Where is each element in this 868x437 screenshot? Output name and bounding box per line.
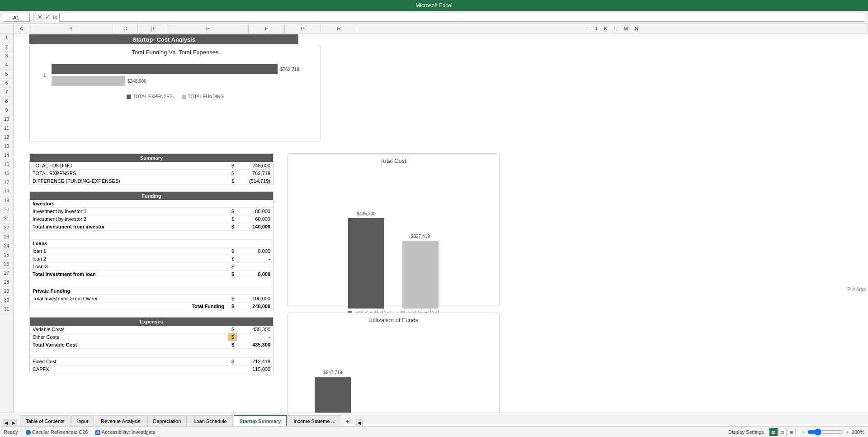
summary-row-1[interactable]: TOTAL FUNDING $ 248,000	[30, 162, 273, 170]
summary-dollar-1: $	[228, 162, 237, 169]
chart3-bar1	[315, 377, 351, 413]
summary-value-1: 248,000	[237, 162, 273, 169]
expenses-row-other[interactable]: Other Costs $ -	[30, 333, 273, 341]
tab-input[interactable]: Input	[71, 415, 94, 426]
tab-table-of-contents[interactable]: Table of Contents	[20, 415, 71, 426]
status-ready: Ready	[4, 429, 18, 435]
col-header-d[interactable]: D	[138, 24, 167, 33]
plot-area-label: Plot Area	[847, 287, 866, 292]
summary-row-2[interactable]: TOTAL EXPENSES $ 762,719	[30, 170, 273, 177]
col-header-a[interactable]: A	[14, 24, 29, 33]
funding-row-total-loan[interactable]: Total investment from loan $ 8,000	[30, 271, 273, 278]
chart3-title: Utilization of Funds	[288, 313, 499, 325]
spreadsheet: A B C D E F G H I J K L M N 1 2 3 4 5 6 …	[0, 24, 868, 413]
tab-scroll-right[interactable]: ▶	[10, 419, 17, 426]
page-break-btn[interactable]: ⊞	[788, 428, 796, 436]
funding-row-investors: Investors	[30, 200, 273, 208]
col-header-c[interactable]: C	[113, 24, 138, 33]
cell-reference-box[interactable]: A1	[3, 13, 30, 22]
col-header-b[interactable]: B	[29, 24, 113, 33]
expenses-table[interactable]: Expenses Variable Costs $ 435,300 Other …	[29, 317, 274, 373]
row-numbers: 1 2 3 4 5 6 7 8 9 10 11 12 13 14 15 16 1…	[0, 33, 14, 413]
status-bar: Ready 🔵 Circular References: C26 ♿ Acces…	[0, 426, 868, 437]
chart-utilization[interactable]: Utilization of Funds $647,719	[287, 313, 500, 413]
col-header-e[interactable]: E	[167, 24, 249, 33]
funding-row-loan2[interactable]: loan 2 $ -	[30, 255, 273, 263]
chart1-bar2-value: $248,000	[127, 79, 146, 84]
funding-table[interactable]: Funding Investors Investment by investor…	[29, 191, 274, 310]
page-layout-btn[interactable]: ▤	[778, 428, 787, 436]
function-icon[interactable]: fx	[53, 14, 57, 20]
tab-depreciation[interactable]: Depreciation	[147, 415, 187, 426]
funding-row-inv1[interactable]: Investment by investor 1 $ 80,000	[30, 208, 273, 215]
zoom-in-btn[interactable]: ＋	[845, 429, 850, 435]
cancel-icon[interactable]: ✕	[38, 14, 42, 20]
tab-scroll-left[interactable]: ◀	[3, 419, 10, 426]
funding-row-inv2[interactable]: Investment by investor 2 $ 60,000	[30, 215, 273, 223]
chart1-bar1	[52, 64, 278, 74]
funding-table-header: Funding	[30, 192, 273, 200]
expenses-row-fixed[interactable]: Fixed Cost $ 212,419	[30, 358, 273, 366]
expenses-row-capfx[interactable]: CAPFX 115,000	[30, 366, 273, 373]
row-num-20: 20	[0, 205, 13, 214]
display-settings[interactable]: Display Settings	[728, 429, 764, 435]
row-num-30: 30	[0, 296, 13, 305]
col-header-g[interactable]: G	[285, 24, 321, 33]
expenses-row-variable[interactable]: Variable Costs $ 435,300	[30, 326, 273, 333]
formula-bar: A1 ✕ ✓ fx	[0, 11, 868, 24]
chart1-bars: 1 $762,719 $248,000	[30, 57, 321, 94]
funding-row-total-funding[interactable]: Total Funding $ 248,000	[30, 303, 273, 310]
row-num-4: 4	[0, 61, 13, 70]
tab-extra-left[interactable]: ◀	[356, 419, 363, 426]
row-num-17: 17	[0, 178, 13, 187]
status-accessibility: ♿ Accessibility: Investigate	[95, 429, 156, 435]
expenses-row-total-variable[interactable]: Total Variable Cost $ 435,300	[30, 341, 273, 349]
chart-total-cost[interactable]: Total Cost $435,300 $327,419	[287, 153, 500, 307]
tab-loan-schedule[interactable]: Loan Schedule	[188, 415, 232, 426]
col-header-h[interactable]: H	[321, 24, 357, 33]
row-num-28: 28	[0, 278, 13, 287]
chart2-bar2-val: $327,419	[411, 234, 430, 239]
chart2-bar-area: $435,300 $327,419	[288, 166, 499, 310]
chart1-legend: TOTAL EXPENSES TOTAL FUNDING	[30, 94, 321, 103]
normal-view-btn[interactable]: ▦	[769, 428, 778, 436]
status-right: Display Settings ▦ ▤ ⊞ － ＋ 100%	[728, 428, 864, 436]
zoom-out-btn[interactable]: －	[801, 429, 806, 435]
row-num-8: 8	[0, 97, 13, 106]
formula-input[interactable]	[59, 13, 865, 22]
funding-row-spacer2	[30, 278, 273, 287]
inv2-label: Investment by investor 2	[30, 215, 228, 223]
chart1-bar1-value: $762,719	[280, 67, 299, 72]
main-grid[interactable]: Startup- Cost Analysis Total Funding Vs.…	[14, 33, 868, 413]
tab-revenue-analysis[interactable]: Revenue Analysis	[95, 415, 146, 426]
row-num-19: 19	[0, 196, 13, 205]
summary-table[interactable]: Summary TOTAL FUNDING $ 248,000 TOTAL EX…	[29, 153, 274, 185]
col-header-f[interactable]: F	[249, 24, 285, 33]
confirm-icon[interactable]: ✓	[45, 14, 50, 20]
chart1-bar2-wrap: $248,000	[52, 76, 311, 86]
zoom-slider[interactable]	[807, 428, 844, 436]
tab-nav-buttons: ◀ ▶	[3, 419, 17, 426]
formula-divider	[33, 13, 34, 22]
row-num-24: 24	[0, 242, 13, 251]
funding-row-owner[interactable]: Total Investment From Owner $ 100,000	[30, 295, 273, 303]
spreadsheet-title: Startup- Cost Analysis	[29, 34, 298, 44]
chart1-bar1-wrap: $762,719	[52, 64, 311, 74]
col-header-rest[interactable]: I J K L M N	[357, 24, 868, 33]
tab-startup-summary[interactable]: Startup Summary	[234, 415, 287, 426]
tab-income-statement[interactable]: Income Stateme ...	[288, 415, 341, 426]
chart-funding-vs-expenses[interactable]: Total Funding Vs. Total Expenses 1 $762,…	[29, 45, 321, 142]
total-inv-label: Total investment from investor	[30, 223, 228, 230]
column-headers: A B C D E F G H I J K L M N	[0, 24, 868, 33]
chart1-legend-swatch-1	[127, 95, 131, 99]
funding-row-loan1[interactable]: loan 1 $ 8,000	[30, 247, 273, 255]
inv1-label: Investment by investor 1	[30, 208, 228, 215]
summary-row-3[interactable]: DIFFERENCE (FUNDING-EXPENSES) $ (514,719…	[30, 177, 273, 185]
add-sheet-button[interactable]: +	[342, 417, 353, 426]
row-num-10: 10	[0, 115, 13, 124]
row-num-23: 23	[0, 233, 13, 242]
row-num-22: 22	[0, 223, 13, 233]
funding-row-total-inv[interactable]: Total investment from investor $ 140,000	[30, 223, 273, 231]
funding-row-loan3[interactable]: Loan 3 $ -	[30, 263, 273, 271]
chart1-title: Total Funding Vs. Total Expenses	[30, 45, 321, 57]
